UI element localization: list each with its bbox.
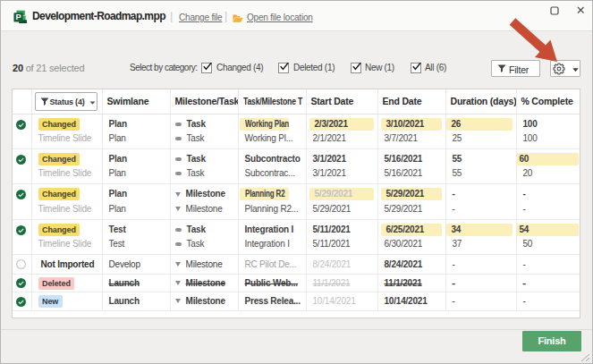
svg-text:P: P bbox=[15, 13, 21, 21]
